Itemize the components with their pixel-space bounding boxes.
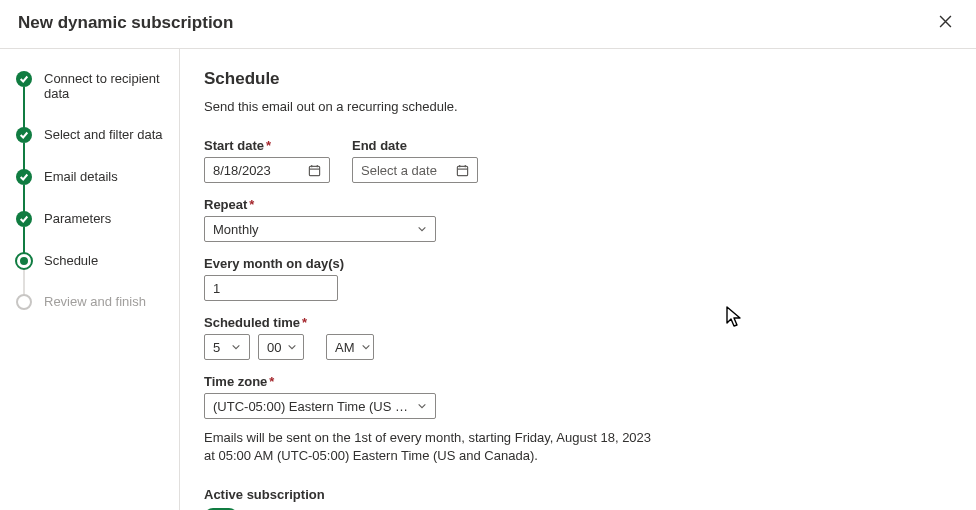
- chevron-down-icon: [287, 342, 297, 352]
- calendar-icon: [456, 164, 469, 177]
- wizard-stepper: Connect to recipient data Select and fil…: [0, 49, 180, 510]
- checkmark-icon: [16, 127, 32, 143]
- minute-select[interactable]: 00: [258, 334, 304, 360]
- timezone-value: (UTC-05:00) Eastern Time (US and Canada): [213, 399, 411, 414]
- start-date-value: 8/18/2023: [213, 163, 271, 178]
- chevron-down-icon: [231, 342, 241, 352]
- chevron-down-icon: [417, 401, 427, 411]
- checkmark-icon: [16, 71, 32, 87]
- svg-rect-4: [457, 166, 467, 175]
- schedule-panel: Schedule Send this email out on a recurr…: [180, 49, 976, 510]
- step-email-details[interactable]: Email details: [16, 169, 171, 211]
- start-date-label: Start date*: [204, 138, 330, 153]
- timezone-label: Time zone*: [204, 374, 948, 389]
- minute-value: 00: [267, 340, 281, 355]
- repeat-label: Repeat*: [204, 197, 948, 212]
- every-month-input[interactable]: 1: [204, 275, 338, 301]
- step-label: Parameters: [44, 211, 111, 226]
- chevron-down-icon: [417, 224, 427, 234]
- chevron-down-icon: [361, 342, 371, 352]
- section-description: Send this email out on a recurring sched…: [204, 99, 948, 114]
- schedule-summary: Emails will be sent on the 1st of every …: [204, 429, 664, 465]
- svg-rect-0: [309, 166, 319, 175]
- every-month-value: 1: [213, 281, 220, 296]
- repeat-value: Monthly: [213, 222, 259, 237]
- checkmark-icon: [16, 169, 32, 185]
- step-parameters[interactable]: Parameters: [16, 211, 171, 253]
- step-review-finish[interactable]: Review and finish: [16, 294, 171, 310]
- hour-value: 5: [213, 340, 220, 355]
- every-month-label: Every month on day(s): [204, 256, 948, 271]
- calendar-icon: [308, 164, 321, 177]
- ampm-select[interactable]: AM: [326, 334, 374, 360]
- checkmark-icon: [16, 211, 32, 227]
- close-icon: [939, 15, 952, 28]
- step-schedule[interactable]: Schedule: [16, 253, 171, 294]
- step-label: Connect to recipient data: [44, 71, 171, 101]
- end-date-input[interactable]: Select a date: [352, 157, 478, 183]
- step-label: Review and finish: [44, 294, 146, 309]
- ampm-value: AM: [335, 340, 355, 355]
- current-step-icon: [17, 254, 31, 268]
- repeat-select[interactable]: Monthly: [204, 216, 436, 242]
- scheduled-time-label: Scheduled time*: [204, 315, 948, 330]
- step-select-filter[interactable]: Select and filter data: [16, 127, 171, 169]
- step-label: Email details: [44, 169, 118, 184]
- step-label: Schedule: [44, 253, 98, 268]
- step-label: Select and filter data: [44, 127, 163, 142]
- section-title: Schedule: [204, 69, 948, 89]
- active-subscription-label: Active subscription: [204, 487, 948, 502]
- start-date-input[interactable]: 8/18/2023: [204, 157, 330, 183]
- end-date-placeholder: Select a date: [361, 163, 437, 178]
- dialog-title: New dynamic subscription: [18, 13, 233, 33]
- step-connect-recipient[interactable]: Connect to recipient data: [16, 71, 171, 127]
- hour-select[interactable]: 5: [204, 334, 250, 360]
- end-date-label: End date: [352, 138, 478, 153]
- pending-step-icon: [16, 294, 32, 310]
- timezone-select[interactable]: (UTC-05:00) Eastern Time (US and Canada): [204, 393, 436, 419]
- close-button[interactable]: [933, 10, 958, 36]
